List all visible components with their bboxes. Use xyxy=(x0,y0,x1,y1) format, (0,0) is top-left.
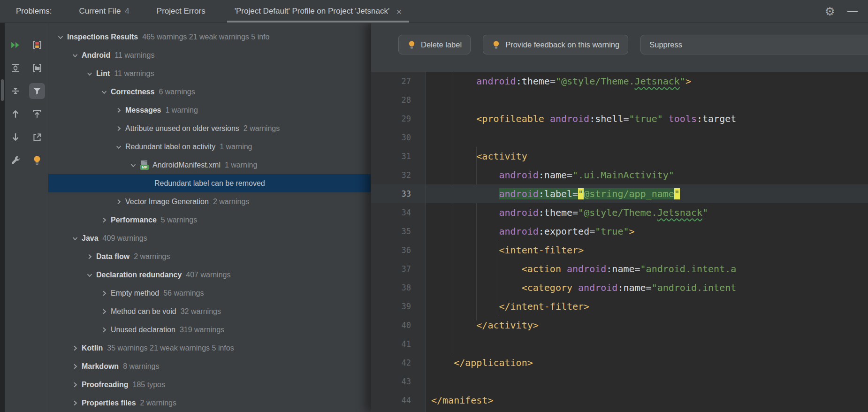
token-a: android xyxy=(499,226,539,237)
chevron-down-icon[interactable] xyxy=(98,88,111,96)
code-line-41[interactable] xyxy=(426,335,868,353)
code-line-29[interactable]: <profileable android:shell="true" tools:… xyxy=(426,109,868,128)
line-number: 43 xyxy=(371,372,425,391)
previous-problem-icon[interactable] xyxy=(8,106,23,122)
line-number: 44 xyxy=(371,391,425,410)
chevron-right-icon[interactable] xyxy=(98,290,111,297)
token-s: "@style/Theme. xyxy=(556,76,635,87)
gear-icon[interactable]: ⚙ xyxy=(825,6,835,17)
lightbulb-icon xyxy=(492,40,501,49)
chevron-down-icon[interactable] xyxy=(54,33,67,41)
tree-item-label: Lint xyxy=(96,69,110,78)
code-line-36[interactable]: <intent-filter> xyxy=(426,241,868,259)
code-line-28[interactable] xyxy=(426,91,868,109)
token-t: <activity xyxy=(476,151,527,162)
tree-item-label: Empty method xyxy=(111,289,159,298)
chevron-right-icon[interactable] xyxy=(69,344,82,352)
tree-item-label: Kotlin xyxy=(82,344,103,352)
code-line-44[interactable]: </manifest> xyxy=(426,391,868,410)
quick-fixes-icon[interactable] xyxy=(29,152,45,168)
token-w xyxy=(663,113,669,124)
code-line-27[interactable]: android:theme="@style/Theme.Jetsnack"> xyxy=(426,72,868,91)
chevron-right-icon[interactable] xyxy=(112,107,125,114)
token-s: "true" xyxy=(629,113,662,124)
code-line-34[interactable]: android:theme="@style/Theme.Jetsnack" xyxy=(426,203,868,222)
code-line-31[interactable]: <activity xyxy=(426,147,868,166)
token-n: :label xyxy=(539,188,572,199)
chevron-right-icon[interactable] xyxy=(69,399,82,407)
tab-current-file[interactable]: Current File4 xyxy=(79,0,129,23)
editor-code-area[interactable]: android:theme="@style/Theme.Jetsnack"> <… xyxy=(426,72,868,412)
provide-feedback-on-this-warning-button[interactable]: Provide feedback on this warning xyxy=(483,35,628,54)
code-line-35[interactable]: android:exported="true"> xyxy=(426,222,868,241)
chevron-right-icon[interactable] xyxy=(112,125,125,132)
code-line-38[interactable]: <category android:name="android.intent xyxy=(426,278,868,297)
editor-preview-panel: Delete labelProvide feedback on this war… xyxy=(371,23,868,412)
rerun-inspection-icon[interactable] xyxy=(8,37,23,53)
tree-item-count: 6 warnings xyxy=(159,88,195,96)
chevron-down-icon[interactable] xyxy=(69,235,82,242)
code-line-42[interactable]: </application> xyxy=(426,353,868,372)
token-w xyxy=(544,113,550,124)
chevron-down-icon[interactable] xyxy=(69,52,82,59)
line-number: 31 xyxy=(371,147,425,166)
tree-item-label: Markdown xyxy=(82,362,119,371)
code-line-33[interactable]: android:label="@string/app_name" xyxy=(426,184,868,203)
expand-all-icon[interactable] xyxy=(8,60,23,76)
chevron-right-icon[interactable] xyxy=(98,326,111,334)
code-editor[interactable]: 272829303132333435363738394041424344 and… xyxy=(371,72,868,412)
code-line-30[interactable] xyxy=(426,128,868,147)
line-number: 35 xyxy=(371,222,425,241)
tool-window-stripe-handle[interactable] xyxy=(1,79,4,101)
tab-project-errors[interactable]: Project Errors xyxy=(157,0,206,23)
token-p: = xyxy=(623,113,629,124)
suppress-button[interactable]: Suppress xyxy=(640,35,868,54)
hide-tool-window-icon[interactable] xyxy=(847,11,858,12)
token-w xyxy=(561,263,567,275)
open-in-new-window-icon[interactable] xyxy=(29,129,45,145)
next-problem-icon[interactable] xyxy=(8,129,23,145)
token-s: "@style/Theme. xyxy=(578,207,657,218)
chevron-down-icon[interactable] xyxy=(112,143,125,151)
line-number: 33 xyxy=(371,184,425,203)
indent xyxy=(431,226,499,237)
chevron-right-icon[interactable] xyxy=(98,308,111,315)
chevron-right-icon[interactable] xyxy=(83,253,96,260)
line-number: 38 xyxy=(371,278,425,297)
code-line-39[interactable]: </intent-filter> xyxy=(426,297,868,316)
tree-item-count: 2 warnings xyxy=(244,124,280,133)
token-a: android xyxy=(578,282,617,293)
indent xyxy=(431,169,499,181)
tool-window-title: Problems: xyxy=(16,7,52,16)
token-p: = xyxy=(567,169,572,181)
chevron-down-icon[interactable] xyxy=(83,70,96,77)
move-up-icon[interactable] xyxy=(29,106,45,122)
close-icon[interactable]: × xyxy=(396,7,402,16)
group-by-directory-icon[interactable] xyxy=(29,60,45,76)
tree-item-count: 5 warnings xyxy=(161,216,197,224)
collapse-all-icon[interactable] xyxy=(8,83,23,99)
severity-filter-icon[interactable] xyxy=(29,37,45,53)
code-line-32[interactable]: android:name=".ui.MainActivity" xyxy=(426,166,868,184)
filter-icon[interactable] xyxy=(29,83,45,99)
chevron-right-icon[interactable] xyxy=(69,363,82,370)
tree-item-label: Java xyxy=(82,234,99,243)
delete-label-button[interactable]: Delete label xyxy=(398,35,471,54)
tool-window-edge-strip xyxy=(0,23,5,412)
tab-project-default-profile-on-project-jetsnack[interactable]: 'Project Default' Profile on Project 'Je… xyxy=(227,0,410,23)
code-line-43[interactable] xyxy=(426,372,868,391)
chevron-down-icon[interactable] xyxy=(83,271,96,279)
tree-item-count: 11 warnings xyxy=(114,69,154,78)
indent xyxy=(431,301,499,312)
line-number: 28 xyxy=(371,91,425,109)
code-line-37[interactable]: <action android:name="android.intent.a xyxy=(426,259,868,278)
token-q: " xyxy=(578,188,584,199)
code-line-40[interactable]: </activity> xyxy=(426,316,868,335)
chevron-right-icon[interactable] xyxy=(69,381,82,389)
chevron-down-icon[interactable] xyxy=(127,161,140,169)
tree-item-label: Method can be void xyxy=(111,307,176,316)
tab-count-badge: 4 xyxy=(125,7,129,16)
inspection-settings-icon[interactable] xyxy=(8,152,23,168)
chevron-right-icon[interactable] xyxy=(98,216,111,224)
chevron-right-icon[interactable] xyxy=(112,198,125,206)
